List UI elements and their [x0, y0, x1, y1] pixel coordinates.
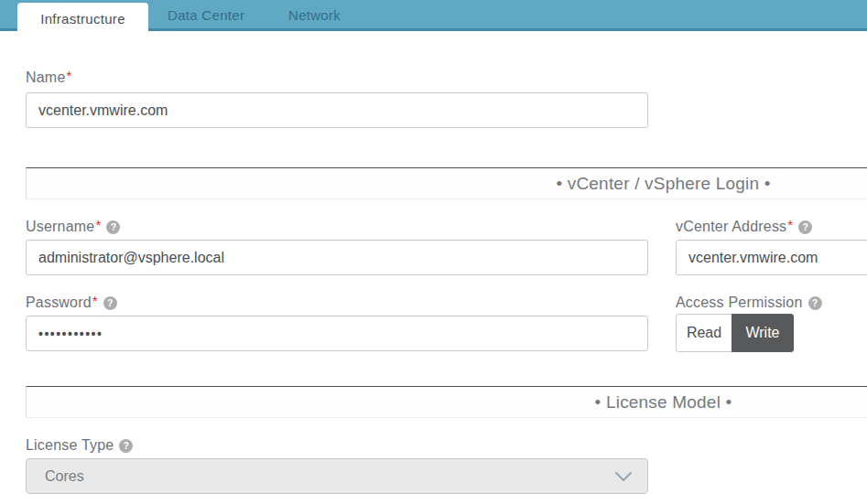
password-input[interactable]: [26, 316, 648, 351]
vcenter-address-label: vCenter Address* ?: [676, 219, 812, 235]
name-label-text: Name: [26, 70, 65, 86]
license-type-label-text: License Type: [26, 437, 114, 454]
license-type-select[interactable]: Cores: [26, 458, 648, 494]
access-permission-label-text: Access Permission: [676, 295, 803, 311]
password-label: Password* ?: [26, 295, 117, 311]
tab-network[interactable]: Network: [288, 0, 341, 31]
help-icon[interactable]: ?: [808, 296, 822, 310]
write-toggle-button[interactable]: Write: [732, 314, 794, 352]
license-type-label: License Type ?: [26, 437, 133, 454]
form-canvas: Infrastructure Data Center Network Name*…: [0, 0, 867, 504]
section-license-title: • License Model •: [595, 392, 732, 413]
name-label: Name*: [26, 70, 72, 86]
section-login-title: • vCenter / vSphere Login •: [556, 174, 770, 194]
tab-infrastructure[interactable]: Infrastructure: [17, 3, 148, 34]
username-label-text: Username: [26, 219, 94, 235]
tab-bar: Infrastructure Data Center Network: [0, 0, 867, 31]
name-input[interactable]: [26, 92, 648, 128]
username-label: Username* ?: [26, 219, 120, 235]
section-login-header: • vCenter / vSphere Login •: [26, 167, 867, 199]
help-icon[interactable]: ?: [106, 220, 120, 234]
page: Infrastructure Data Center Network Name*…: [0, 0, 867, 504]
read-toggle-button[interactable]: Read: [676, 314, 732, 352]
vcenter-address-label-text: vCenter Address: [676, 219, 786, 235]
required-asterisk: *: [92, 293, 98, 308]
required-asterisk: *: [787, 217, 793, 232]
help-icon[interactable]: ?: [119, 439, 133, 453]
help-icon[interactable]: ?: [103, 296, 117, 310]
username-input[interactable]: [26, 240, 648, 275]
help-icon[interactable]: ?: [798, 220, 812, 234]
vcenter-address-input[interactable]: [676, 240, 867, 275]
access-permission-toggle: Read Write: [676, 314, 794, 352]
required-asterisk: *: [95, 217, 101, 232]
password-label-text: Password: [26, 295, 92, 311]
tab-data-center[interactable]: Data Center: [168, 0, 244, 31]
section-license-header: • License Model •: [26, 386, 867, 418]
license-type-value: Cores: [45, 468, 84, 485]
required-asterisk: *: [66, 68, 71, 83]
access-permission-label: Access Permission ?: [676, 295, 822, 311]
chevron-down-icon: [614, 471, 633, 482]
